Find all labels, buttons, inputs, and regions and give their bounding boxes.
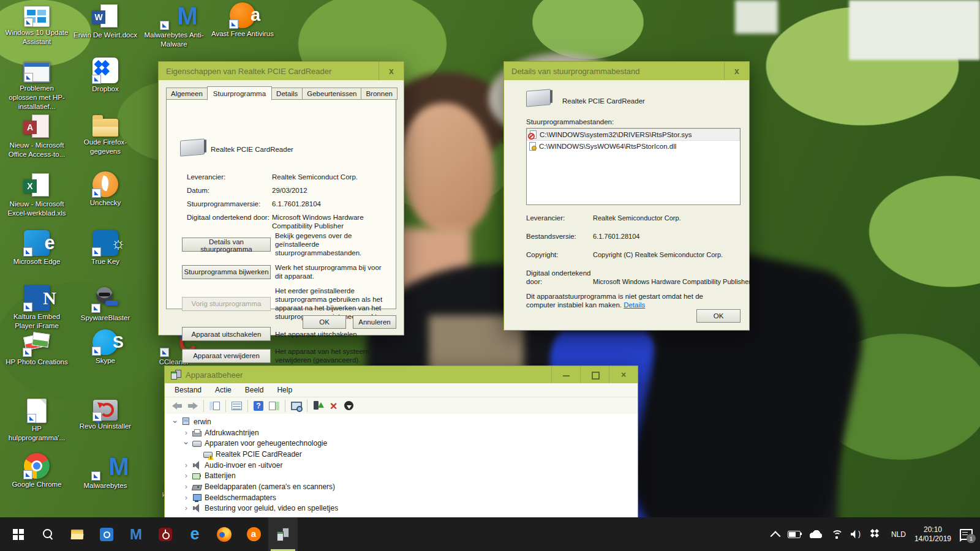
power-app-button[interactable] [151,517,180,551]
tab-details[interactable]: Details [271,88,303,100]
tab-algemeen[interactable]: Algemeen [166,88,208,100]
menu-bestand[interactable]: Bestand [175,386,202,394]
menu-actie[interactable]: Actie [215,386,232,394]
desktop-icon-google-chrome[interactable]: Google Chrome [5,453,69,489]
close-icon[interactable]: x [379,62,404,80]
desktop-icon-malwarebytes-anti-malware[interactable]: Malwarebytes Anti-Malware [142,2,206,49]
firefox-button[interactable] [209,517,239,551]
uninstall-icon[interactable] [327,400,340,412]
help-icon[interactable] [252,400,265,412]
tree-item-label: Besturing voor geluid, video en spelletj… [205,504,338,512]
forward-icon[interactable] [186,400,199,412]
tree-item-afdrukwachtrijen[interactable]: ›Afdrukwachtrijen [165,427,638,438]
close-button[interactable] [609,366,638,383]
language-indicator[interactable]: NLD [891,530,906,539]
maximize-button[interactable] [580,366,609,383]
spywareblaster-icon [92,285,119,312]
tab-stuurprogramma[interactable]: Stuurprogramma [207,86,272,100]
desktop-icon-spywareblaster[interactable]: SpywareBlaster [74,285,137,323]
close-icon[interactable]: x [724,62,749,80]
scan-icon[interactable] [290,400,303,412]
driver-file-row[interactable]: C:\WINDOWS\system32\DRIVERS\RtsPStor.sys [527,129,740,141]
desktop-icon-avast-free-antivirus[interactable]: Avast Free Antivirus [211,2,274,39]
menu-help[interactable]: Help [277,386,292,394]
tree-item-apparaten-voor-geheugentechnologie[interactable]: ›Apparaten voor geheugentechnologie [165,438,638,449]
expander-collapsed-icon[interactable]: › [182,461,190,470]
tree-item-erwin[interactable]: ›erwin [165,416,638,427]
desktop-icon-true-key[interactable]: True Key [74,230,137,266]
tree-item-audio-invoer-en-uitvoer[interactable]: ›Audio-invoer en -uitvoer [165,460,638,471]
apparaat-uitschakelen-button[interactable]: Apparaat uitschakelen [182,327,271,341]
cancel-button[interactable]: Annuleren [353,315,396,329]
expander-expanded-icon[interactable]: › [182,439,190,448]
properties-dialog: Eigenschappen van Realtek PCIE CardReade… [158,61,404,335]
expander-collapsed-icon[interactable]: › [182,493,190,502]
desktop-icon-nieuw-microsoft-office-access-to[interactable]: Nieuw - Microsoft Office Access-to... [5,113,69,159]
hp-support-button[interactable] [92,517,121,551]
desktop-icon-dropbox[interactable]: Dropbox [74,58,137,94]
details-dialog-titlebar[interactable]: Details van stuurprogrammabestand x [504,62,749,80]
tree-item-besturing-voor-geluid-video-en-spelletjes[interactable]: ›Besturing voor geluid, video en spellet… [165,503,638,514]
desktop-icon-nieuw-microsoft-excel-werkblad-xls[interactable]: Nieuw - Microsoft Excel-werkblad.xls [5,171,69,218]
desktop-icon-unchecky[interactable]: Unchecky [74,171,137,208]
properties-dialog-titlebar[interactable]: Eigenschappen van Realtek PCIE CardReade… [159,62,404,80]
menu-bar: BestandActieBeeldHelp [165,383,638,397]
expander-collapsed-icon[interactable]: › [182,482,190,491]
onedrive-cloud-icon[interactable] [809,530,823,538]
hidden-icons-chevron-icon[interactable] [770,531,780,541]
edge-button[interactable] [180,517,209,551]
desktop-icon-oude-firefox-gegevens[interactable]: Oude Firefox-gegevens [74,113,137,156]
tree-item-beeldapparaten-camera-s-en-scanners[interactable]: ›Beeldapparaten (camera's en scanners) [165,481,638,492]
tree-item-beeldschermadapters[interactable]: ›Beeldschermadapters [165,492,638,503]
expander-expanded-icon[interactable]: › [171,418,179,426]
file-field: Copyright:Copyright (C) Realtek Semicond… [526,250,741,259]
stuurprogramma-bijwerken-button[interactable]: Stuurprogramma bijwerken [182,265,271,279]
desktop-icon-erwin-de-weirt-docx[interactable]: Erwin De Weirt.docx [74,2,137,40]
expander-collapsed-icon[interactable]: › [182,504,190,512]
desktop-icon-hp-hulpprogramma[interactable]: HP hulpprogramma'... [5,397,69,443]
clock[interactable]: 20:10 14/01/2019 [914,525,951,544]
file-explorer-button[interactable] [62,517,92,551]
desktop-icon-revo-uninstaller[interactable]: Revo Uninstaller [74,397,137,431]
minimize-button[interactable] [551,366,580,383]
field-label: Bestandsversie: [526,232,593,241]
avast-button[interactable] [239,517,268,551]
update-driver-icon[interactable] [312,400,325,412]
driver-file-row[interactable]: C:\WINDOWS\SysWOW64\RtsPStorIcon.dll [527,141,740,152]
back-icon[interactable] [171,400,184,412]
expander-collapsed-icon[interactable]: › [182,429,190,437]
shortcut-arrow-icon [91,304,100,313]
tree-item-realtek-pcie-cardreader[interactable]: Realtek PCIE CardReader [165,449,638,460]
tab-bronnen[interactable]: Bronnen [361,88,397,100]
start-button[interactable] [4,517,33,551]
action-pane-icon[interactable] [268,400,281,412]
desktop-icon-hp-photo-creations[interactable]: HP Photo Creations [5,329,69,367]
battery-icon[interactable] [788,531,801,538]
malwarebytes-button[interactable] [121,517,151,551]
details-link[interactable]: Details [624,301,645,309]
dropbox-tray-icon[interactable] [872,529,883,540]
ok-button[interactable]: OK [696,309,741,323]
tree-item-batterijen[interactable]: ›Batterijen [165,470,638,481]
disable-icon[interactable] [342,400,355,412]
driver-button-description: Het apparaat van het systeem verwijderen… [275,347,388,364]
wifi-icon[interactable] [831,530,842,539]
desktop-icon-kaltura-embed-player-iframe[interactable]: Kaltura Embed Player iFrame [5,285,69,331]
details-van-stuurprogramma-button[interactable]: Details van stuurprogramma [182,238,271,252]
properties-icon[interactable] [230,400,243,412]
apparaat-verwijderen-button[interactable]: Apparaat verwijderen [182,349,271,363]
action-center-icon[interactable]: 1 [960,529,973,540]
device-manager-button[interactable] [268,517,298,551]
volume-icon[interactable] [851,530,863,539]
search-button[interactable] [33,517,62,551]
tab-gebeurtenissen[interactable]: Gebeurtenissen [302,88,361,100]
desktop-icon-skype[interactable]: Skype [74,329,137,365]
desktop-icon-windows-10-update-assistant[interactable]: Windows 10 Update Assistant [5,2,69,47]
expander-collapsed-icon[interactable]: › [182,471,190,480]
console-tree-icon[interactable] [208,400,221,412]
desktop-icon-microsoft-edge[interactable]: Microsoft Edge [5,230,69,266]
desktop-icon-malwarebytes[interactable]: Malwarebytes [74,453,137,490]
menu-beeld[interactable]: Beeld [245,386,264,394]
desktop-icon-problemen-oplossen-met-hp-installatief[interactable]: Problemen oplossen met HP-installatief..… [5,58,69,111]
ok-button[interactable]: OK [303,315,346,329]
